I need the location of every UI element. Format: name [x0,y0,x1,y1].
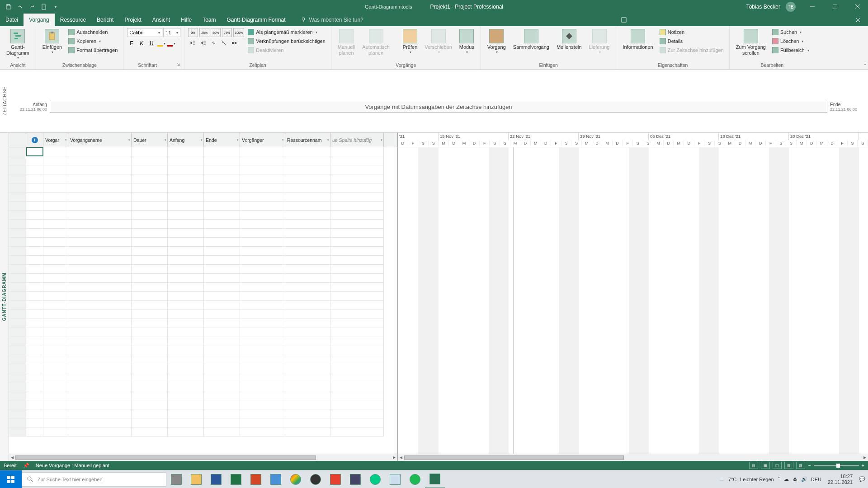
pct-50-button[interactable]: 50% [211,28,221,37]
pct-100-button[interactable]: 100% [233,28,244,37]
notes-button[interactable]: Notizen [658,28,726,36]
tab-hilfe[interactable]: Hilfe [175,14,197,26]
edge-button[interactable] [365,470,385,488]
task-view-button[interactable] [166,470,186,488]
table-row[interactable] [9,364,397,373]
tab-ansicht[interactable]: Ansicht [147,14,175,26]
tab-projekt[interactable]: Projekt [119,14,146,26]
table-row[interactable] [9,319,397,328]
table-row[interactable] [9,238,397,247]
mode-button[interactable]: Modus▾ [457,28,477,55]
chart-body[interactable] [398,147,868,454]
col-header-4[interactable]: Dauer▾ [132,133,168,147]
view-calendar-button[interactable]: ▥ [784,462,793,469]
italic-button[interactable]: K [137,39,146,48]
mark-ontrack-button[interactable]: Als plangemäß markieren▾ [246,28,327,36]
respect-links-button[interactable]: Verknüpfungen berücksichtigen [246,37,327,45]
maximize-button[interactable] [825,0,845,14]
undo-icon[interactable] [16,3,24,11]
table-row[interactable] [9,283,397,292]
table-row[interactable] [9,192,397,202]
fill-color-button[interactable]: ▾ [157,39,166,48]
notification-icon[interactable]: 💬 [859,476,865,482]
deliverable-button[interactable]: Lieferung▾ [586,28,613,55]
table-row[interactable] [9,156,397,165]
table-row[interactable] [9,174,397,183]
table-row[interactable] [9,274,397,283]
font-size-combo[interactable]: 11▾ [163,28,180,37]
scroll-to-task-button[interactable]: Zum Vorgang scrollen [733,28,769,56]
notepad-button[interactable] [385,470,405,488]
tell-me-search[interactable] [300,14,400,26]
link-button[interactable] [209,38,218,47]
copy-button[interactable]: Kopieren▾ [66,37,119,45]
table-row[interactable] [9,256,397,265]
timeline-bar[interactable]: Vorgänge mit Datumsangaben der Zeitachse… [50,101,827,113]
inspect-button[interactable]: Prüfen▾ [400,28,420,55]
task-button[interactable]: Vorgang▾ [485,28,509,55]
indent-button[interactable] [198,38,208,47]
col-header-8[interactable]: Ressourcennam▾ [285,133,330,147]
redo-icon[interactable] [28,3,36,11]
tab-team[interactable]: Team [197,14,221,26]
weather-desc[interactable]: Leichter Regen [740,477,774,482]
grid-body[interactable] [9,147,397,454]
outdent-button[interactable] [188,38,197,47]
clear-button[interactable]: Löschen▾ [770,37,811,45]
table-row[interactable] [9,301,397,310]
table-row[interactable] [9,409,397,418]
unlink-button[interactable] [219,38,228,47]
find-button[interactable]: Suchen▾ [770,28,811,36]
paste-button[interactable]: Einfügen ▾ [40,28,65,55]
save-icon[interactable] [5,3,13,11]
view-resource-button[interactable]: ▧ [796,462,805,469]
split-button[interactable] [230,38,239,47]
summary-task-button[interactable]: Sammelvorgang [510,28,552,51]
grid-hscroll[interactable]: ◀▶ [9,454,397,461]
language-indicator[interactable]: DEU [811,477,821,482]
table-row[interactable] [9,310,397,319]
close-button[interactable] [847,0,868,14]
tab-ressource[interactable]: Ressource [55,14,91,26]
weather-temp[interactable]: 7°C [728,477,736,482]
table-row[interactable] [9,265,397,274]
table-row[interactable] [9,292,397,301]
close-doc-button[interactable] [848,14,868,26]
tell-me-input[interactable] [309,17,400,23]
auto-schedule-button[interactable]: Automatisch planen [359,28,392,56]
table-row[interactable] [9,211,397,220]
edge-old-button[interactable] [266,470,286,488]
col-header-7[interactable]: Vorgänger▾ [240,133,285,147]
chart-hscroll[interactable]: ◀▶ [398,454,868,461]
start-button[interactable] [0,470,22,488]
table-row[interactable] [9,328,397,337]
table-row[interactable] [9,202,397,211]
col-header-5[interactable]: Anfang▾ [168,133,204,147]
view-network-button[interactable]: ◫ [773,462,782,469]
ribbon-display-button[interactable] [614,14,634,26]
obs-button[interactable] [306,470,326,488]
add-to-timeline-button[interactable]: Zur Zeitachse hinzufügen [658,46,726,54]
deactivate-button[interactable]: Deaktivieren [246,46,327,54]
zoom-slider[interactable] [814,465,859,466]
table-row[interactable] [9,247,397,256]
avatar[interactable]: TB [786,2,796,12]
table-row[interactable] [9,165,397,174]
manual-schedule-button[interactable]: Manuell planen [335,28,358,56]
gantt-view-button[interactable]: Gantt- Diagramm ▾ [4,28,32,61]
col-header-2[interactable]: Vorgar▾ [43,133,68,147]
tab-gantt-diagramm-format[interactable]: Gantt-Diagramm Format [222,14,291,26]
tab-vorgang[interactable]: Vorgang [24,14,55,26]
table-row[interactable] [9,337,397,346]
powerpoint-button[interactable] [246,470,266,488]
taskbar-search[interactable]: Zur Suche Text hier eingeben [22,472,166,487]
table-row[interactable] [9,229,397,238]
qat-customize-icon[interactable]: ▾ [52,3,60,11]
table-row[interactable] [9,355,397,364]
zoom-out-button[interactable]: − [808,463,811,468]
format-painter-button[interactable]: Format übertragen [66,46,119,54]
table-row[interactable] [9,220,397,229]
tab-datei[interactable]: Datei [0,14,24,26]
table-row[interactable] [9,391,397,400]
table-row[interactable] [9,418,397,427]
